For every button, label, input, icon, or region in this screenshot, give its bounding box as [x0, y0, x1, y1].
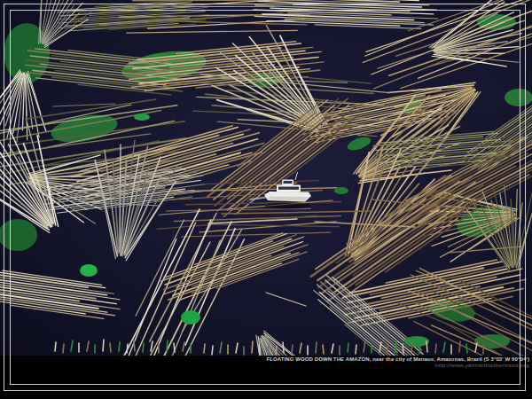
photo-canvas [0, 0, 532, 356]
wallpaper: FLOATING WOOD DOWN THE AMAZON, near the … [0, 0, 532, 399]
boat-reflection [264, 203, 310, 209]
caption-band: FLOATING WOOD DOWN THE AMAZON, near the … [0, 356, 532, 399]
aerial-photo [0, 0, 532, 356]
photo-caption: FLOATING WOOD DOWN THE AMAZON, near the … [0, 356, 529, 363]
credit-url: http://www.yannarthusbertrand.org [0, 363, 529, 369]
